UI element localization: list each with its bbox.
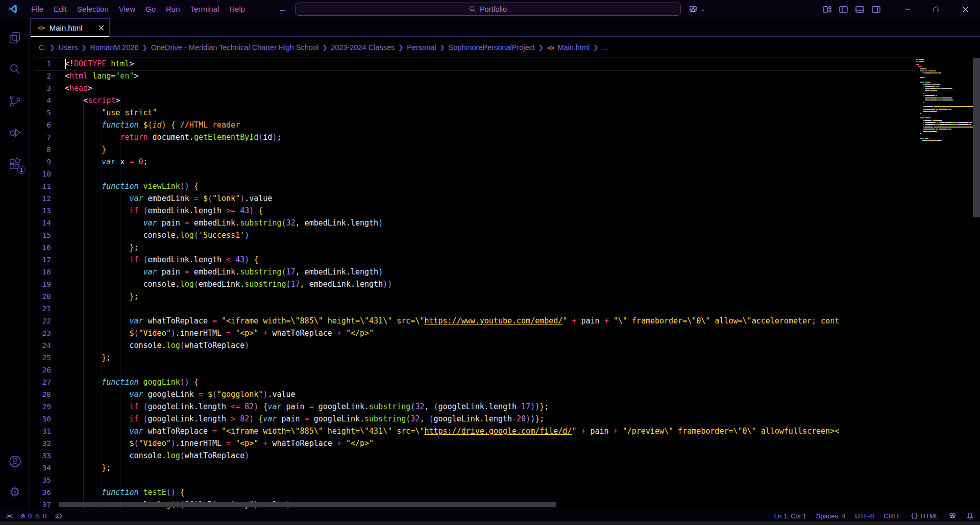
code-line[interactable]: 21 [30, 303, 915, 315]
menu-view[interactable]: View [114, 0, 140, 18]
code-line[interactable]: 32 $("Video").innerHTML = "<p>" + whatTo… [30, 437, 915, 449]
code-line[interactable]: 17 if (embedLink.length < 43) { [30, 254, 915, 266]
line-number[interactable]: 3 [30, 82, 51, 94]
menu-file[interactable]: File [26, 0, 48, 18]
line-number[interactable]: 4 [30, 94, 51, 107]
language-mode[interactable]: {} HTML [911, 512, 939, 520]
code-line[interactable]: 30 if (googleLink.length > 82) {var pain… [30, 413, 915, 425]
line-number[interactable]: 13 [30, 205, 51, 217]
copilot-status-icon[interactable] [948, 512, 957, 520]
code-line[interactable]: 1<!DOCTYPE html> [30, 58, 915, 70]
code-line[interactable]: 12 var embedLink = $("lonk").value [30, 192, 915, 205]
line-number[interactable]: 33 [30, 449, 51, 462]
encoding-setting[interactable]: UTF-8 [855, 512, 874, 520]
code-line[interactable]: 33 console.log(whatToReplace) [30, 449, 915, 462]
menu-edit[interactable]: Edit [48, 0, 72, 18]
remote-indicator[interactable]: >< [6, 512, 12, 520]
code-line[interactable]: 2<html lang="en"> [30, 70, 915, 82]
toggle-secondary-sidebar-icon[interactable] [872, 5, 880, 14]
code-line[interactable]: 14 var pain = embedLink.substring(32, em… [30, 217, 915, 229]
line-number[interactable]: 26 [30, 364, 51, 376]
code-line[interactable]: 6 function $(id) { //HTML reader [30, 119, 915, 131]
line-number[interactable]: 31 [30, 425, 51, 437]
customize-layout-icon[interactable] [823, 5, 831, 14]
line-number[interactable]: 37 [30, 498, 51, 510]
line-number[interactable]: 6 [30, 119, 51, 131]
breadcrumb-item[interactable]: C: [38, 43, 47, 52]
code-line[interactable]: 26 [30, 364, 915, 376]
line-number[interactable]: 22 [30, 315, 51, 327]
horizontal-scrollbar[interactable] [59, 502, 556, 507]
code-line[interactable]: 23 $("Video").innerHTML = "<p>" + whatTo… [30, 327, 915, 339]
command-center-search[interactable]: Portfolio [295, 3, 681, 16]
line-number[interactable]: 9 [30, 156, 51, 168]
line-number[interactable]: 29 [30, 401, 51, 413]
notifications-bell-icon[interactable] [966, 512, 974, 520]
code-line[interactable]: 34 }; [30, 462, 915, 474]
code-line[interactable]: 24 console.log(whatToReplace) [30, 339, 915, 352]
breadcrumb-item[interactable]: Users [58, 43, 79, 52]
copilot-menu[interactable]: ⌄ [688, 0, 705, 18]
line-number[interactable]: 28 [30, 388, 51, 401]
code-line[interactable]: 20 }; [30, 290, 915, 303]
line-number[interactable]: 36 [30, 486, 51, 498]
code-line[interactable]: 35 [30, 474, 915, 486]
line-number[interactable]: 30 [30, 413, 51, 425]
code-editor[interactable]: 1<!DOCTYPE html>2<html lang="en">3<head>… [30, 58, 980, 510]
line-number[interactable]: 32 [30, 437, 51, 449]
restore-button[interactable] [922, 0, 951, 18]
line-number[interactable]: 18 [30, 266, 51, 278]
debug-forward-icon[interactable] [55, 512, 63, 519]
code-line[interactable]: 9 var x = 0; [30, 156, 915, 168]
menu-selection[interactable]: Selection [72, 0, 114, 18]
line-number[interactable]: 16 [30, 241, 51, 254]
breadcrumb-item[interactable]: RomanM.2026 [89, 43, 140, 52]
menu-go[interactable]: Go [140, 0, 161, 18]
line-number[interactable]: 8 [30, 143, 51, 156]
run-debug-icon[interactable] [8, 126, 22, 140]
line-number[interactable]: 25 [30, 352, 51, 364]
code-line[interactable]: 15 console.log('Success1') [30, 229, 915, 241]
code-line[interactable]: 28 var googleLink = $("gogglonk").value [30, 388, 915, 401]
code-line[interactable]: 27 function goggLink() { [30, 376, 915, 388]
line-number[interactable]: 12 [30, 192, 51, 205]
code-line[interactable]: 3<head> [30, 82, 915, 94]
explorer-icon[interactable] [8, 31, 22, 45]
code-line[interactable]: 5 "use strict" [30, 107, 915, 119]
line-number[interactable]: 20 [30, 290, 51, 303]
line-number[interactable]: 35 [30, 474, 51, 486]
line-number[interactable]: 14 [30, 217, 51, 229]
minimize-button[interactable] [893, 0, 922, 18]
code-line[interactable]: 8 } [30, 143, 915, 156]
extensions-icon[interactable]: 1 [8, 157, 22, 171]
menu-help[interactable]: Help [224, 0, 250, 18]
line-number[interactable]: 23 [30, 327, 51, 339]
line-number[interactable]: 5 [30, 107, 51, 119]
line-number[interactable]: 21 [30, 303, 51, 315]
code-line[interactable]: 31 var whatToReplace = "<iframe width=\"… [30, 425, 915, 437]
code-line[interactable]: 36 function testE() { [30, 486, 915, 498]
back-arrow-icon[interactable]: ← [278, 4, 287, 15]
breadcrumb-item[interactable]: 2023-2024 Classes [330, 43, 396, 52]
breadcrumb-item[interactable]: ... [601, 43, 609, 52]
tab-main-html[interactable]: <> Main.html [30, 18, 110, 36]
line-number[interactable]: 7 [30, 131, 51, 143]
cursor-position[interactable]: Ln 1, Col 1 [774, 512, 806, 520]
line-number[interactable]: 2 [30, 70, 51, 82]
code-line[interactable]: 4 <script> [30, 94, 915, 107]
code-line[interactable]: 22 var whatToReplace = "<iframe width=\"… [30, 315, 915, 327]
code-line[interactable]: 10 [30, 168, 915, 180]
line-number[interactable]: 15 [30, 229, 51, 241]
code-line[interactable]: 18 var pain = embedLink.substring(17, em… [30, 266, 915, 278]
line-number[interactable]: 10 [30, 168, 51, 180]
eol-setting[interactable]: CRLF [884, 512, 901, 520]
code-line[interactable]: 7 return document.getElementById(id); [30, 131, 915, 143]
search-sidebar-icon[interactable] [8, 62, 22, 77]
menu-terminal[interactable]: Terminal [185, 0, 225, 18]
breadcrumb-item[interactable]: <> Main.html [546, 43, 591, 52]
line-number[interactable]: 11 [30, 180, 51, 192]
toggle-panel-icon[interactable] [855, 5, 864, 14]
code-line[interactable]: 13 if (embedLink.length >= 43) { [30, 205, 915, 217]
indentation-setting[interactable]: Spaces: 4 [816, 512, 846, 520]
line-number[interactable]: 24 [30, 339, 51, 352]
